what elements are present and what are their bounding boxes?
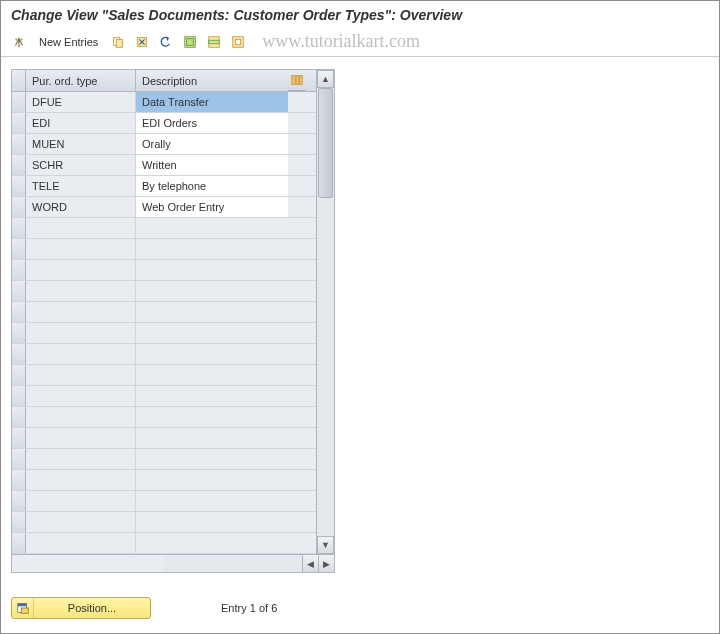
cell-desc[interactable] <box>136 428 288 448</box>
cell-type[interactable]: WORD <box>26 197 136 217</box>
cell-desc[interactable]: Orally <box>136 134 288 154</box>
cell-type[interactable] <box>26 491 136 511</box>
delete-icon[interactable] <box>132 32 152 52</box>
cell-type[interactable]: EDI <box>26 113 136 133</box>
row-selector[interactable] <box>12 512 26 532</box>
toggle-icon[interactable] <box>9 32 29 52</box>
table-row-empty <box>12 239 316 260</box>
row-selector[interactable] <box>12 197 26 217</box>
deselect-all-icon[interactable] <box>228 32 248 52</box>
cell-desc[interactable]: EDI Orders <box>136 113 288 133</box>
cell-desc[interactable] <box>136 491 288 511</box>
table-row-empty <box>12 512 316 533</box>
scroll-right-icon[interactable]: ▶ <box>318 555 334 572</box>
entry-count-label: Entry 1 of 6 <box>221 602 277 614</box>
horizontal-scrollbar[interactable]: ◀ ▶ <box>11 555 335 573</box>
table-row: WORDWeb Order Entry <box>12 197 316 218</box>
cell-type[interactable] <box>26 512 136 532</box>
cell-type[interactable] <box>26 323 136 343</box>
row-selector[interactable] <box>12 323 26 343</box>
cell-type[interactable] <box>26 407 136 427</box>
cell-desc[interactable] <box>136 218 288 238</box>
cell-type[interactable] <box>26 239 136 259</box>
cell-type[interactable] <box>26 302 136 322</box>
column-header-desc[interactable]: Description <box>136 70 288 91</box>
cell-desc[interactable] <box>136 386 288 406</box>
row-selector-header[interactable] <box>12 70 26 91</box>
cell-desc[interactable] <box>136 449 288 469</box>
column-header-type[interactable]: Pur. ord. type <box>26 70 136 91</box>
row-selector[interactable] <box>12 176 26 196</box>
cell-type[interactable] <box>26 281 136 301</box>
scroll-down-icon[interactable]: ▼ <box>317 536 334 554</box>
cell-desc[interactable] <box>136 260 288 280</box>
cell-desc[interactable] <box>136 323 288 343</box>
row-selector[interactable] <box>12 281 26 301</box>
cell-type[interactable] <box>26 470 136 490</box>
cell-type[interactable] <box>26 365 136 385</box>
cell-desc[interactable]: Web Order Entry <box>136 197 288 217</box>
row-selector[interactable] <box>12 386 26 406</box>
cell-type[interactable]: MUEN <box>26 134 136 154</box>
svg-rect-11 <box>292 76 296 85</box>
svg-rect-12 <box>296 76 299 85</box>
row-selector[interactable] <box>12 218 26 238</box>
cell-type[interactable] <box>26 428 136 448</box>
cell-type[interactable] <box>26 218 136 238</box>
toolbar: New Entries www.tutorialkart.com <box>1 27 719 57</box>
cell-desc[interactable] <box>136 365 288 385</box>
cell-type[interactable] <box>26 260 136 280</box>
scroll-up-icon[interactable]: ▲ <box>317 70 334 88</box>
row-selector[interactable] <box>12 134 26 154</box>
cell-desc[interactable] <box>136 281 288 301</box>
row-selector[interactable] <box>12 449 26 469</box>
cell-type[interactable] <box>26 533 136 553</box>
scroll-thumb[interactable] <box>318 88 333 198</box>
table-row-empty <box>12 533 316 554</box>
cell-desc[interactable] <box>136 344 288 364</box>
row-selector[interactable] <box>12 428 26 448</box>
vertical-scrollbar[interactable]: ▲ ▼ <box>316 70 334 554</box>
cell-type[interactable]: DFUE <box>26 92 136 112</box>
cell-type[interactable] <box>26 449 136 469</box>
row-selector[interactable] <box>12 239 26 259</box>
cell-desc[interactable] <box>136 239 288 259</box>
cell-desc[interactable] <box>136 407 288 427</box>
cell-type[interactable]: SCHR <box>26 155 136 175</box>
row-selector[interactable] <box>12 407 26 427</box>
row-selector[interactable] <box>12 155 26 175</box>
row-selector[interactable] <box>12 113 26 133</box>
row-selector[interactable] <box>12 365 26 385</box>
cell-desc[interactable]: Written <box>136 155 288 175</box>
row-selector[interactable] <box>12 92 26 112</box>
select-all-icon[interactable] <box>180 32 200 52</box>
table-row-empty <box>12 470 316 491</box>
cell-desc[interactable] <box>136 302 288 322</box>
table-row: EDIEDI Orders <box>12 113 316 134</box>
select-block-icon[interactable] <box>204 32 224 52</box>
undo-icon[interactable] <box>156 32 176 52</box>
row-selector[interactable] <box>12 302 26 322</box>
cell-type[interactable]: TELE <box>26 176 136 196</box>
scroll-left-icon[interactable]: ◀ <box>302 555 318 572</box>
new-entries-button[interactable]: New Entries <box>33 34 104 50</box>
cell-desc[interactable] <box>136 470 288 490</box>
table-row-empty <box>12 407 316 428</box>
table-row-empty <box>12 323 316 344</box>
cell-desc[interactable] <box>136 533 288 553</box>
row-selector[interactable] <box>12 470 26 490</box>
cell-desc[interactable]: Data Transfer <box>136 92 288 112</box>
row-selector[interactable] <box>12 533 26 553</box>
cell-type[interactable] <box>26 344 136 364</box>
position-button[interactable]: Position... <box>11 597 151 619</box>
cell-desc[interactable]: By telephone <box>136 176 288 196</box>
cell-desc[interactable] <box>136 512 288 532</box>
copy-icon[interactable] <box>108 32 128 52</box>
table-row-empty <box>12 491 316 512</box>
scroll-track[interactable] <box>317 88 334 536</box>
row-selector[interactable] <box>12 260 26 280</box>
row-selector[interactable] <box>12 344 26 364</box>
row-selector[interactable] <box>12 491 26 511</box>
cell-type[interactable] <box>26 386 136 406</box>
table-config-icon[interactable] <box>288 70 306 91</box>
